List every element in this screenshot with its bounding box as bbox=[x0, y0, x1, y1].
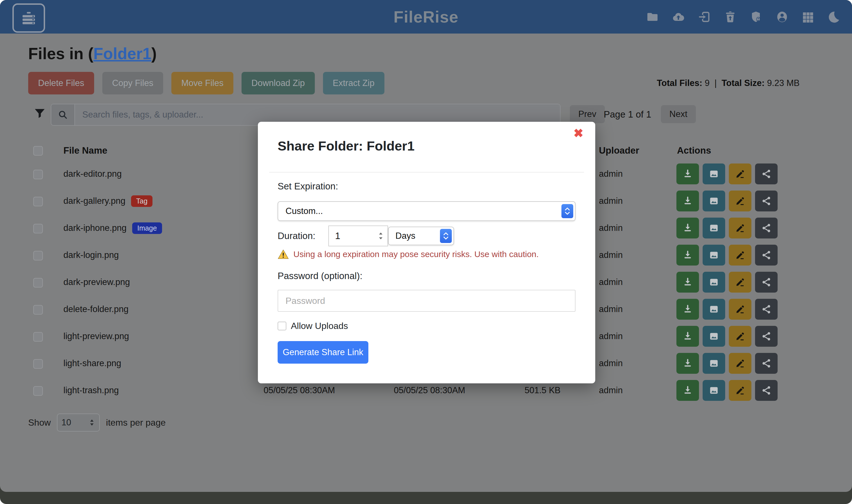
image-icon bbox=[708, 304, 720, 315]
duration-unit-select[interactable]: Days bbox=[388, 227, 454, 245]
file-name[interactable]: dark-preview.png bbox=[64, 277, 130, 287]
sign-in-icon[interactable] bbox=[697, 10, 711, 24]
preview-image-button[interactable] bbox=[703, 245, 725, 266]
share-button[interactable] bbox=[755, 191, 778, 211]
download-button[interactable] bbox=[676, 191, 699, 211]
prev-page-button[interactable]: Prev bbox=[570, 105, 605, 123]
row-checkbox[interactable] bbox=[33, 332, 43, 342]
share-button[interactable] bbox=[755, 163, 778, 184]
preview-image-button[interactable] bbox=[703, 326, 725, 347]
share-button[interactable] bbox=[755, 299, 778, 320]
move-files-button[interactable]: Move Files bbox=[171, 72, 233, 94]
download-button[interactable] bbox=[676, 380, 699, 401]
preview-image-button[interactable] bbox=[703, 380, 725, 401]
uploader-cell: admin bbox=[599, 350, 667, 377]
download-button[interactable] bbox=[676, 272, 699, 293]
share-button[interactable] bbox=[755, 353, 778, 374]
number-spinner-icon[interactable] bbox=[377, 230, 385, 241]
file-name-cell: dark-preview.png bbox=[64, 269, 130, 296]
select-stepper-icon bbox=[440, 229, 452, 243]
download-button[interactable] bbox=[676, 299, 699, 320]
file-name[interactable]: light-trash.png bbox=[64, 385, 119, 395]
preview-image-button[interactable] bbox=[703, 299, 725, 320]
share-button[interactable] bbox=[755, 272, 778, 293]
folder-link[interactable]: Folder1 bbox=[93, 44, 151, 62]
download-zip-button[interactable]: Download Zip bbox=[241, 72, 315, 94]
share-button[interactable] bbox=[755, 380, 778, 401]
download-button[interactable] bbox=[676, 353, 699, 374]
row-checkbox[interactable] bbox=[33, 305, 43, 314]
share-button[interactable] bbox=[755, 245, 778, 266]
download-button[interactable] bbox=[676, 326, 699, 347]
next-page-button[interactable]: Next bbox=[661, 105, 696, 123]
page-title: Files in (Folder1) bbox=[28, 44, 157, 63]
grid-icon[interactable] bbox=[801, 10, 815, 24]
page-title-suffix: ) bbox=[151, 44, 157, 62]
folder-icon[interactable] bbox=[646, 10, 659, 24]
total-files-value: 9 bbox=[705, 78, 709, 88]
row-checkbox[interactable] bbox=[33, 170, 43, 179]
shield-user-icon[interactable] bbox=[749, 10, 763, 24]
file-name[interactable]: dark-gallery.png bbox=[64, 196, 125, 206]
select-all-checkbox[interactable] bbox=[33, 146, 43, 156]
file-name[interactable]: dark-editor.png bbox=[64, 169, 122, 179]
edit-button[interactable] bbox=[729, 191, 751, 211]
file-name[interactable]: light-share.png bbox=[64, 358, 121, 368]
edit-button[interactable] bbox=[729, 380, 751, 401]
row-checkbox[interactable] bbox=[33, 224, 43, 233]
file-badge: Tag bbox=[131, 195, 152, 207]
user-icon[interactable] bbox=[775, 10, 789, 24]
row-checkbox[interactable] bbox=[33, 251, 43, 260]
image-icon bbox=[708, 168, 720, 180]
edit-button[interactable] bbox=[729, 272, 751, 293]
trash-restore-icon[interactable] bbox=[724, 10, 737, 24]
preview-image-button[interactable] bbox=[703, 353, 725, 374]
password-input[interactable] bbox=[278, 290, 576, 312]
image-icon bbox=[708, 331, 720, 342]
edit-button[interactable] bbox=[729, 326, 751, 347]
preview-image-button[interactable] bbox=[703, 163, 725, 184]
copy-files-button[interactable]: Copy Files bbox=[102, 72, 163, 94]
duration-input[interactable]: 1 bbox=[328, 226, 388, 246]
share-button[interactable] bbox=[755, 218, 778, 238]
edit-button[interactable] bbox=[729, 218, 751, 238]
row-checkbox[interactable] bbox=[33, 359, 43, 369]
file-name[interactable]: delete-folder.png bbox=[64, 304, 128, 314]
file-name[interactable]: dark-login.png bbox=[64, 250, 119, 260]
preview-image-button[interactable] bbox=[703, 218, 725, 238]
modal-title: Share Folder: Folder1 bbox=[278, 138, 415, 154]
pencil-icon bbox=[735, 304, 746, 315]
edit-button[interactable] bbox=[729, 299, 751, 320]
share-button[interactable] bbox=[755, 326, 778, 347]
preview-image-button[interactable] bbox=[703, 191, 725, 211]
row-actions bbox=[676, 272, 778, 293]
file-name[interactable]: dark-iphone.png bbox=[64, 223, 127, 233]
image-icon bbox=[708, 250, 720, 261]
download-button[interactable] bbox=[676, 245, 699, 266]
moon-icon[interactable] bbox=[827, 10, 841, 24]
pencil-icon bbox=[735, 250, 746, 261]
uploader-cell: admin bbox=[599, 241, 667, 269]
row-checkbox[interactable] bbox=[33, 278, 43, 288]
edit-button[interactable] bbox=[729, 163, 751, 184]
image-icon bbox=[708, 385, 720, 396]
download-button[interactable] bbox=[676, 218, 699, 238]
allow-uploads-checkbox[interactable] bbox=[278, 322, 286, 330]
file-name[interactable]: light-preview.png bbox=[64, 331, 129, 341]
row-checkbox[interactable] bbox=[33, 197, 43, 206]
expiration-select[interactable]: Custom... bbox=[278, 201, 576, 221]
file-name-cell: dark-editor.png bbox=[64, 160, 122, 187]
cloud-upload-icon[interactable] bbox=[672, 10, 685, 24]
close-icon[interactable]: ✖ bbox=[574, 127, 583, 139]
preview-image-button[interactable] bbox=[703, 272, 725, 293]
row-checkbox[interactable] bbox=[33, 386, 43, 396]
filter-icon[interactable] bbox=[33, 107, 46, 120]
edit-button[interactable] bbox=[729, 353, 751, 374]
items-per-page-select[interactable]: 10 bbox=[57, 414, 100, 432]
extract-zip-button[interactable]: Extract Zip bbox=[323, 72, 384, 94]
delete-files-button[interactable]: Delete Files bbox=[28, 72, 94, 94]
edit-button[interactable] bbox=[729, 245, 751, 266]
download-button[interactable] bbox=[676, 163, 699, 184]
image-icon bbox=[708, 195, 720, 206]
generate-share-link-button[interactable]: Generate Share Link bbox=[278, 341, 368, 364]
